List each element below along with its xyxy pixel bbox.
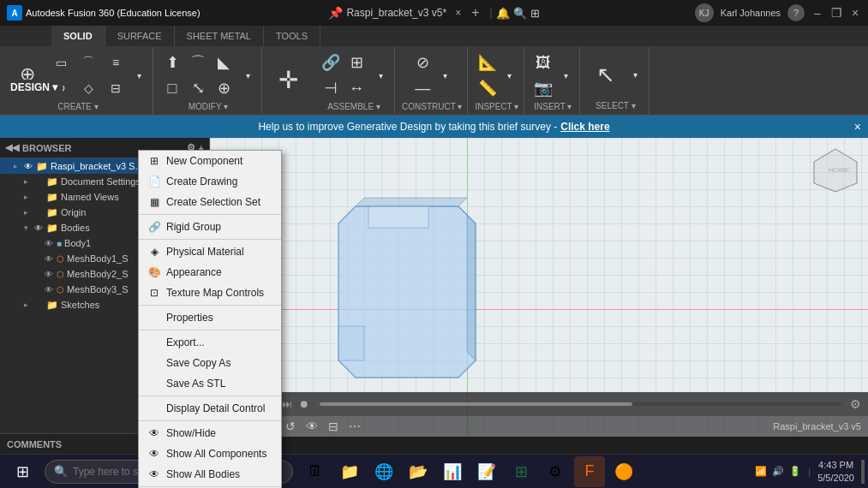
move-btn[interactable]: ✛ [269,57,307,103]
fillet-btn[interactable]: ⌒ [186,51,210,74]
combine-btn[interactable]: ⊕ [212,76,236,100]
ctx-physical-material[interactable]: ◈ Physical Material [139,241,281,262]
tab-tools[interactable]: TOOLS [264,26,320,46]
construct1-btn[interactable]: ⊘ [410,51,434,74]
ctx-export[interactable]: Export... [139,332,281,353]
eye-icon-root[interactable]: 👁 [22,160,34,172]
ctx-show-all-components[interactable]: 👁 Show All Components [139,443,281,464]
motion-link-btn[interactable]: ↔ [344,76,368,100]
tab-surface[interactable]: SURFACE [105,26,175,46]
vp-more-btn[interactable]: ⋯ [346,420,363,433]
ctx-show-all-bodies[interactable]: 👁 Show All Bodies [139,464,281,485]
ctx-display-detail[interactable]: Display Detail Control [139,398,281,419]
shell-btn[interactable]: □ [160,76,184,100]
assemble-expand-btn[interactable]: ▾ [372,52,389,98]
toolbar-group-move: ✛ [264,47,312,114]
tray-network[interactable]: 📶 [755,466,767,477]
insert2-btn[interactable]: 📷 [531,76,555,100]
tray-volume[interactable]: 🔊 [772,466,784,477]
joint-limits-btn[interactable]: ⊣ [319,76,343,100]
timeline-settings-btn[interactable]: ⚙ [850,397,861,411]
loft-btn[interactable]: ◇ [75,76,101,100]
modify-label[interactable]: MODIFY ▾ [189,102,228,111]
rib-btn[interactable]: ≡ [103,51,129,74]
taskbar-app-excel[interactable]: ⊞ [506,456,536,487]
ctx-create-selection-set[interactable]: ▦ Create Selection Set [139,192,281,212]
info-banner-close[interactable]: × [854,120,861,134]
taskbar-app-app3[interactable]: 🟠 [608,456,639,487]
ctx-save-as-stl[interactable]: Save As STL [139,373,281,394]
timeline-track[interactable] [320,402,841,406]
help-btn[interactable]: ? [787,4,805,21]
minimize-btn[interactable]: – [811,7,823,19]
modify-expand-btn[interactable]: ▾ [239,52,256,98]
taskbar-app-cortana[interactable]: 🗓 [300,456,331,487]
vp-view-btn[interactable]: 👁 [303,420,320,433]
webnet-btn[interactable]: ⊟ [103,76,129,100]
sidebar-expand-icon[interactable]: ◀◀ [5,142,19,153]
select-label[interactable]: SELECT ▾ [596,101,636,110]
info-banner-link[interactable]: Click here [560,121,609,133]
tab-sheet-metal[interactable]: SHEET METAL [175,26,264,46]
ctx-save-copy-as[interactable]: Save Copy As [139,353,281,373]
ctx-create-drawing[interactable]: 📄 Create Drawing [139,171,281,192]
ctx-properties[interactable]: Properties [139,307,281,328]
maximize-btn[interactable]: ❐ [830,7,842,19]
ctx-rigid-group[interactable]: 🔗 Rigid Group [139,217,281,237]
inspect-label[interactable]: INSPECT ▾ [475,102,518,111]
taskbar-app-chrome[interactable]: 🌐 [368,456,399,487]
ctx-texture-map[interactable]: ⊡ Texture Map Controls [139,283,281,303]
tree-label-doc: Document Settings [61,176,141,187]
assemble-label[interactable]: ASSEMBLE ▾ [327,102,380,111]
construct2-btn[interactable]: — [410,76,434,100]
sweep-btn[interactable]: ⌒ [75,51,101,74]
insert-expand-btn[interactable]: ▾ [557,52,574,98]
construct-expand-btn[interactable]: ▾ [436,52,453,98]
insert1-btn[interactable]: 🖼 [531,51,555,74]
ctx-show-hide[interactable]: 👁 Show/Hide [139,423,281,443]
orientation-cube[interactable]: HOME [810,145,861,196]
search-icon[interactable]: 🔍 [513,7,527,20]
start-button[interactable]: ⊞ [3,455,41,489]
tab-close[interactable]: × [455,7,461,19]
timeline-record-btn[interactable]: ⏺ [297,398,311,410]
grid-icon[interactable]: ⊞ [530,7,540,20]
select-btn[interactable]: ↖ [587,52,625,98]
inspect2-btn[interactable]: 📏 [476,76,500,100]
taskbar-app-files[interactable]: 📂 [403,456,434,487]
svg-text:HOME: HOME [829,166,849,174]
press-pull-btn[interactable]: ⬆ [160,51,184,74]
show-desktop-btn[interactable] [861,460,865,484]
ctx-new-component[interactable]: ⊞ New Component [139,151,281,171]
toolbar-group-construct: ⊘ — ▾ CONSTRUCT ▾ [397,47,468,114]
vp-orbit-btn[interactable]: ↺ [283,420,298,433]
taskbar-app-fusion[interactable]: F [574,456,605,487]
folder-icon-sketches: 📁 [46,300,58,311]
create-expand-btn[interactable]: ▾ [130,52,147,98]
insert-label[interactable]: INSERT ▾ [534,102,572,111]
extrude-btn[interactable]: ▭ [48,51,74,74]
timeline-last-btn[interactable]: ⏭ [280,398,294,410]
taskbar-app-explorer[interactable]: 📁 [334,456,365,487]
tab-solid[interactable]: SOLID [51,26,105,46]
app-title: Autodesk Fusion 360 (Education License) [26,8,201,18]
ctx-appearance[interactable]: 🎨 Appearance [139,262,281,283]
tab-title: Raspi_bracket_v3 v5* [346,7,446,19]
taskbar-app-word[interactable]: 📝 [471,456,502,487]
tab-add[interactable]: + [471,5,479,21]
create-label[interactable]: CREATE ▾ [57,102,99,111]
user-avatar[interactable]: KJ [695,3,714,22]
close-btn[interactable]: × [849,7,861,19]
select-expand-btn[interactable]: ▾ [626,52,644,98]
chamfer-btn[interactable]: ◣ [212,51,236,74]
vp-grid-btn[interactable]: ⊟ [326,420,341,433]
as-built-joint-btn[interactable]: ⊞ [344,51,368,74]
design-label[interactable]: DESIGN ▾ [5,80,63,95]
construct-label[interactable]: CONSTRUCT ▾ [402,102,462,111]
taskbar-app-powerpoint[interactable]: 📊 [437,456,468,487]
scale-btn[interactable]: ⤡ [186,76,210,100]
inspect1-btn[interactable]: 📐 [476,51,500,74]
taskbar-app-app1[interactable]: ⚙ [540,456,571,487]
joint-btn[interactable]: 🔗 [319,51,343,74]
inspect-expand-btn[interactable]: ▾ [501,52,518,98]
